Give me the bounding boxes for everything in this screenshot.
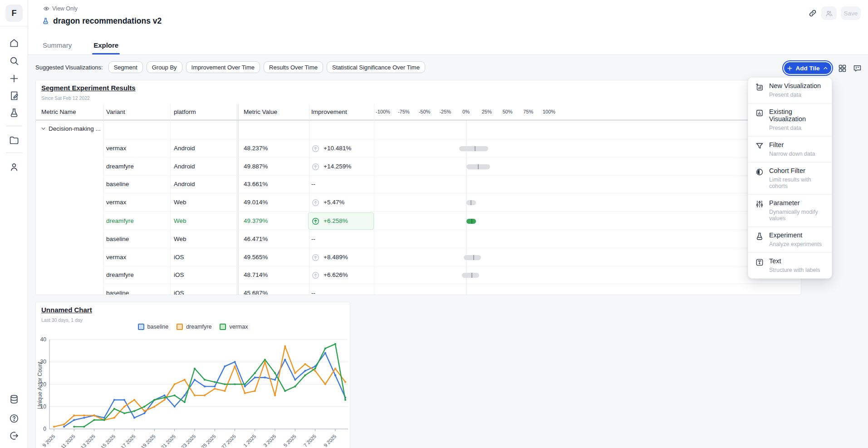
scale-label: -75% [398, 104, 410, 120]
svg-text:0: 0 [43, 426, 46, 432]
arrow-up-circle-icon [311, 198, 320, 207]
svg-text:20: 20 [40, 381, 47, 388]
search-icon[interactable] [9, 55, 20, 66]
add-tile-button[interactable]: Add Tile [784, 62, 831, 74]
create-icon[interactable] [9, 73, 20, 84]
cell-improvement: +6.258% [324, 212, 348, 230]
metric-group-row[interactable]: Decision-making ... [36, 120, 801, 139]
workspace-logo[interactable]: F [5, 5, 23, 22]
table-row[interactable]: dreamfyreAndroid49.887%+14.259% [103, 158, 801, 176]
legend-item-dreamfyre[interactable]: dreamfyre [177, 324, 211, 330]
tile-layout-icon[interactable] [837, 63, 847, 73]
suggested-pill-improvement-over-time[interactable]: Improvement Over Time [186, 61, 260, 73]
eye-icon [43, 5, 49, 12]
svg-text:1 2025: 1 2025 [242, 433, 257, 448]
svg-text:9 2025: 9 2025 [41, 433, 56, 448]
suggested-pill-group-by[interactable]: Group By [147, 61, 182, 73]
chevron-up-icon [823, 65, 829, 71]
suggested-pill-statistical-significance-over-time[interactable]: Statistical Significance Over Time [327, 61, 425, 73]
table-row[interactable]: baselineiOS45.687%-- [103, 284, 801, 295]
menu-item-new-visualization[interactable]: New VisualizationPresent data [748, 78, 832, 103]
suggested-visualizations-row: Suggested Visualizations: SegmentGroup B… [35, 61, 425, 73]
comment-icon[interactable] [852, 63, 862, 73]
table-row[interactable]: baselineWeb46.471%-- [103, 230, 801, 248]
svg-text:15 2025: 15 2025 [100, 433, 117, 448]
scale-label: -100% [376, 104, 390, 120]
help-icon[interactable] [9, 413, 20, 424]
menu-item-cohort-filter[interactable]: Cohort FilterLimit results with cohorts [748, 162, 832, 194]
experiment-icon[interactable] [9, 108, 20, 118]
tab-explore[interactable]: Explore [91, 37, 121, 54]
menu-item-title: Text [769, 257, 820, 265]
column-header-improvement[interactable]: Improvement [311, 104, 347, 120]
column-header-platform[interactable]: platform [174, 104, 196, 120]
cell-variant: baseline [106, 284, 129, 295]
folder-icon[interactable] [9, 135, 20, 146]
menu-item-subtitle: Present data [769, 92, 821, 98]
file-edit-icon[interactable] [9, 90, 20, 101]
share-access-button[interactable] [821, 6, 837, 20]
improvement-tick [471, 273, 472, 278]
improvement-tick [475, 146, 476, 151]
content-area: Suggested Visualizations: SegmentGroup B… [28, 55, 868, 448]
cell-metric-value: 48.714% [244, 266, 268, 284]
cell-platform: Web [174, 193, 186, 212]
cohort-filter-icon [755, 167, 764, 177]
metric-group-label: Decision-making ... [49, 125, 101, 132]
chart-legend: baselinedreamfyrevermax [36, 324, 350, 330]
column-header-metric-value[interactable]: Metric Value [244, 104, 277, 120]
home-icon[interactable] [9, 38, 20, 49]
cell-variant: dreamfyre [106, 158, 134, 176]
add-tile-label: Add Tile [795, 65, 819, 72]
page-title: dragon recommendations v2 [53, 16, 162, 26]
svg-text:19 2025: 19 2025 [140, 433, 157, 448]
cell-variant: vermax [106, 248, 126, 266]
suggested-pill-segment[interactable]: Segment [108, 61, 143, 73]
column-header-variant[interactable]: Variant [106, 104, 125, 120]
table-row[interactable]: vermaxAndroid48.237%+10.481% [103, 139, 801, 158]
parameter-icon [755, 200, 764, 209]
person-icon[interactable] [9, 162, 20, 172]
cell-metric-value: 49.565% [244, 248, 268, 266]
table-row[interactable]: vermaxiOS49.565%+8.489% [103, 248, 801, 266]
cell-variant: dreamfyre [106, 212, 134, 230]
tab-summary[interactable]: Summary [40, 37, 74, 54]
suggested-pill-results-over-time[interactable]: Results Over Time [264, 61, 323, 73]
chevron-down-icon [40, 126, 46, 132]
table-row[interactable]: vermaxWeb49.014%+5.47% [103, 193, 801, 212]
menu-item-subtitle: Narrow down data [769, 151, 815, 157]
cell-metric-value: 48.237% [244, 139, 268, 158]
table-row[interactable]: dreamfyreWeb49.379%+6.258% [103, 212, 801, 230]
link-icon[interactable] [808, 9, 817, 18]
menu-item-filter[interactable]: FilterNarrow down data [748, 136, 832, 162]
svg-text:11 2025: 11 2025 [60, 433, 76, 448]
database-icon[interactable] [9, 394, 20, 405]
divider [0, 26, 28, 26]
divider [6, 153, 22, 153]
logout-icon[interactable] [9, 430, 20, 441]
menu-item-experiment[interactable]: ExperimentAnalyze experiments [748, 226, 832, 252]
cell-variant: vermax [106, 139, 126, 158]
cell-metric-value: 43.661% [244, 175, 268, 193]
menu-item-existing-visualization[interactable]: Existing VisualizationPresent data [748, 103, 832, 136]
table-row[interactable]: baselineAndroid43.661%-- [103, 175, 801, 193]
confidence-interval-bar [459, 146, 488, 151]
scale-label: -50% [419, 104, 431, 120]
confidence-interval-bar [462, 273, 479, 278]
legend-item-vermax[interactable]: vermax [220, 324, 248, 330]
column-header-metric-name[interactable]: Metric Name [41, 104, 76, 120]
sidebar: F [0, 0, 28, 448]
svg-text:5 2025: 5 2025 [282, 433, 297, 448]
arrow-up-circle-icon [311, 144, 320, 153]
menu-item-subtitle: Limit results with cohorts [769, 177, 826, 189]
menu-item-parameter[interactable]: ParameterDynamically modify values [748, 194, 832, 226]
svg-text:9 2025: 9 2025 [323, 433, 337, 448]
cell-metric-value: 49.379% [244, 212, 268, 230]
legend-item-baseline[interactable]: baseline [138, 324, 169, 330]
svg-text:25 2025: 25 2025 [200, 433, 217, 448]
menu-item-text[interactable]: TextStructure with labels [748, 252, 832, 278]
cell-platform: Android [174, 175, 195, 193]
table-row[interactable]: dreamfyreiOS48.714%+6.626% [103, 266, 801, 284]
save-button[interactable]: Save [841, 6, 861, 20]
scale-label: 100% [543, 104, 555, 120]
